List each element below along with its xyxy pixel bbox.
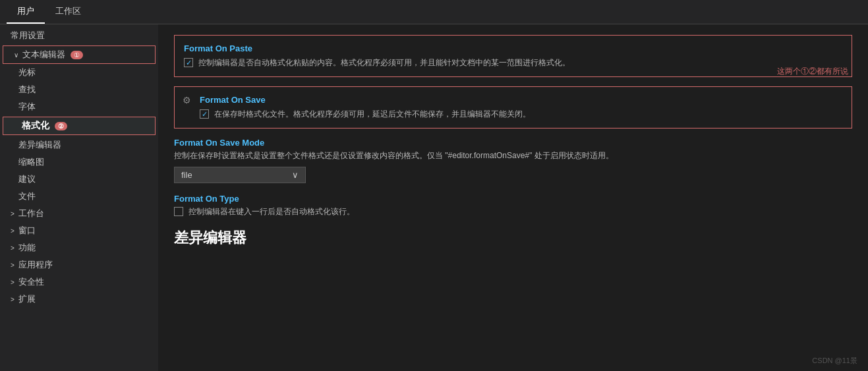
- chevron-right-icon: >: [11, 210, 14, 217]
- sidebar-item-security-label: 安全性: [18, 276, 44, 288]
- format-on-save-desc: 在保存时格式化文件。格式化程序必须可用，延迟后文件不能保存，并且编辑器不能关闭。: [200, 109, 842, 120]
- sidebar-item-cursor-label: 光标: [18, 67, 36, 78]
- sidebar-item-minimap-label: 缩略图: [18, 156, 44, 168]
- format-on-type-desc: 控制编辑器在键入一行后是否自动格式化该行。: [174, 206, 852, 217]
- sidebar-item-common[interactable]: 常用设置: [0, 27, 158, 44]
- annotation-text: 这两个①②都有所说: [777, 66, 848, 77]
- sidebar-item-file-label: 文件: [18, 190, 36, 202]
- format-on-type-checkbox[interactable]: [174, 207, 183, 216]
- chevron-right-icon4: >: [11, 262, 14, 269]
- dropdown-arrow-icon: ∨: [292, 170, 299, 180]
- format-on-paste-checkbox[interactable]: [184, 58, 193, 67]
- sidebar-item-diff-editor[interactable]: 差异编辑器: [0, 136, 158, 154]
- dropdown-value: file: [181, 170, 192, 180]
- sidebar-item-format[interactable]: 格式化 ②: [3, 117, 155, 134]
- sidebar: 常用设置 ∨ 文本编辑器 ① 光标 查找 字体 格式化 ② 差异编辑: [0, 24, 158, 371]
- sidebar-item-extensions-label: 扩展: [18, 293, 36, 305]
- tab-bar: 用户 工作区: [0, 0, 868, 24]
- chevron-right-icon2: >: [11, 227, 14, 235]
- sidebar-item-app-label: 应用程序: [18, 259, 53, 271]
- sidebar-item-extensions[interactable]: > 扩展: [0, 291, 158, 308]
- format-on-save-desc-text: 在保存时格式化文件。格式化程序必须可用，延迟后文件不能保存，并且编辑器不能关闭。: [214, 109, 531, 120]
- gear-icon[interactable]: ⚙: [183, 95, 191, 105]
- format-on-save-mode-title: Format On Save Mode: [174, 138, 852, 148]
- format-on-save-mode-box: Format On Save Mode 控制在保存时设置格式是设置整个文件格式还…: [174, 138, 852, 183]
- tab-user[interactable]: 用户: [7, 0, 45, 24]
- sidebar-item-workbench-label: 工作台: [18, 208, 44, 219]
- sidebar-item-suggest-label: 建议: [18, 173, 36, 185]
- content-area: Format On Paste 控制编辑器是否自动格式化粘贴的内容。格式化程序必…: [158, 24, 868, 371]
- sidebar-item-minimap[interactable]: 缩略图: [0, 154, 158, 171]
- format-on-save-mode-desc-text: 控制在保存时设置格式是设置整个文件格式还是仅设置修改内容的格式。仅当 "#edi…: [174, 150, 614, 161]
- sidebar-item-workbench[interactable]: > 工作台: [0, 205, 158, 222]
- sidebar-item-text-editor[interactable]: ∨ 文本编辑器 ①: [3, 46, 155, 63]
- format-on-save-checkbox[interactable]: [200, 109, 209, 119]
- sidebar-item-security[interactable]: > 安全性: [0, 273, 158, 291]
- sidebar-item-diff-editor-label: 差异编辑器: [18, 139, 61, 151]
- format-on-paste-desc-text: 控制编辑器是否自动格式化粘贴的内容。格式化程序必须可用，并且能针对文档中的某一范…: [198, 57, 570, 69]
- sidebar-item-find[interactable]: 查找: [0, 81, 158, 98]
- watermark-text: CSDN @11景: [812, 356, 857, 366]
- format-on-type-box: Format On Type 控制编辑器在键入一行后是否自动格式化该行。: [174, 194, 852, 217]
- chevron-down-icon: ∨: [14, 51, 18, 59]
- format-on-save-mode-dropdown[interactable]: file ∨: [174, 167, 306, 183]
- sidebar-item-file[interactable]: 文件: [0, 188, 158, 205]
- sidebar-item-format-label: 格式化: [22, 120, 49, 132]
- sidebar-item-window[interactable]: > 窗口: [0, 222, 158, 239]
- sidebar-item-features-label: 功能: [18, 242, 36, 254]
- sidebar-item-find-label: 查找: [18, 84, 36, 96]
- chevron-right-icon3: >: [11, 244, 14, 252]
- sidebar-item-font[interactable]: 字体: [0, 98, 158, 115]
- format-on-type-title: Format On Type: [174, 194, 852, 204]
- sidebar-item-font-label: 字体: [18, 101, 36, 113]
- main-area: 常用设置 ∨ 文本编辑器 ① 光标 查找 字体 格式化 ② 差异编辑: [0, 24, 868, 371]
- tab-workspace[interactable]: 工作区: [45, 0, 92, 24]
- sidebar-item-text-editor-label: 文本编辑器: [22, 49, 65, 61]
- sidebar-item-features[interactable]: > 功能: [0, 239, 158, 256]
- sidebar-item-suggest[interactable]: 建议: [0, 171, 158, 188]
- format-on-save-box: ⚙ Format On Save 在保存时格式化文件。格式化程序必须可用，延迟后…: [174, 86, 852, 128]
- diff-editor-heading: 差异编辑器: [174, 228, 852, 248]
- format-on-paste-box: Format On Paste 控制编辑器是否自动格式化粘贴的内容。格式化程序必…: [174, 35, 852, 77]
- format-on-save-mode-desc: 控制在保存时设置格式是设置整个文件格式还是仅设置修改内容的格式。仅当 "#edi…: [174, 150, 852, 161]
- sidebar-item-window-label: 窗口: [18, 225, 36, 237]
- chevron-right-icon6: >: [11, 296, 14, 303]
- format-on-type-desc-text: 控制编辑器在键入一行后是否自动格式化该行。: [188, 206, 355, 217]
- sidebar-item-common-label: 常用设置: [11, 30, 45, 42]
- format-badge: ②: [55, 122, 67, 130]
- text-editor-badge: ①: [71, 51, 83, 59]
- sidebar-item-cursor[interactable]: 光标: [0, 64, 158, 81]
- format-on-save-title: Format On Save: [200, 95, 842, 105]
- sidebar-item-app[interactable]: > 应用程序: [0, 256, 158, 273]
- chevron-right-icon5: >: [11, 279, 14, 286]
- format-on-paste-title: Format On Paste: [184, 43, 842, 53]
- format-on-paste-desc: 控制编辑器是否自动格式化粘贴的内容。格式化程序必须可用，并且能针对文档中的某一范…: [184, 57, 842, 69]
